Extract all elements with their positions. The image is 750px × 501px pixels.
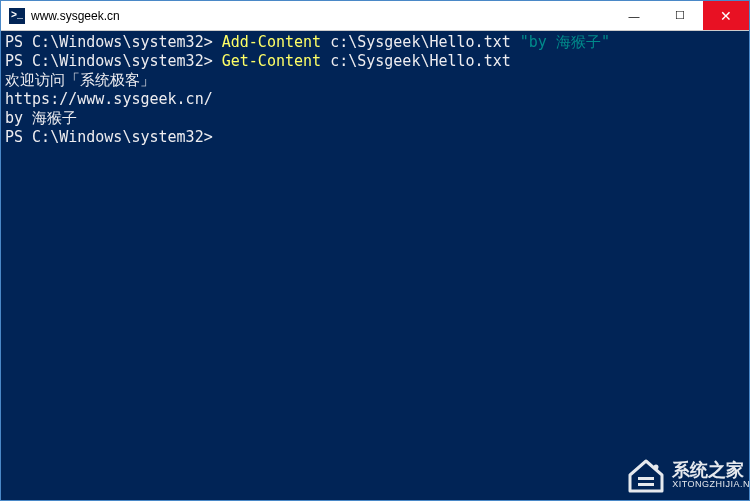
close-button[interactable]: ✕ [703,1,749,30]
watermark-title: 系统之家 [672,461,750,479]
prompt: PS C:\Windows\system32> [5,128,213,146]
prompt: PS C:\Windows\system32> [5,33,213,51]
watermark-text: 系统之家 XITONGZHIJIA.N [672,461,750,489]
prompt-line: PS C:\Windows\system32> [5,128,745,147]
powershell-window: >_ www.sysgeek.cn — ☐ ✕ PS C:\Windows\sy… [0,0,750,501]
cmdlet: Get-Content [222,52,321,70]
prompt: PS C:\Windows\system32> [5,52,213,70]
terminal-area[interactable]: PS C:\Windows\system32> Add-Content c:\S… [1,31,749,500]
house-icon [626,457,666,493]
svg-point-2 [654,465,659,470]
svg-rect-0 [638,477,654,480]
window-controls: — ☐ ✕ [611,1,749,30]
argument: c:\Sysgeek\Hello.txt [330,52,511,70]
command-line: PS C:\Windows\system32> Add-Content c:\S… [5,33,745,52]
cmdlet: Add-Content [222,33,321,51]
string-literal: "by 海猴子" [520,33,610,51]
output-line: 欢迎访问「系统极客」 [5,71,745,90]
watermark: 系统之家 XITONGZHIJIA.N [626,457,750,493]
svg-rect-1 [638,483,654,486]
powershell-icon: >_ [9,8,25,24]
maximize-button[interactable]: ☐ [657,1,703,30]
command-line: PS C:\Windows\system32> Get-Content c:\S… [5,52,745,71]
watermark-subtitle: XITONGZHIJIA.N [672,479,750,489]
output-line: by 海猴子 [5,109,745,128]
minimize-button[interactable]: — [611,1,657,30]
argument: c:\Sysgeek\Hello.txt [330,33,511,51]
window-title: www.sysgeek.cn [31,9,120,23]
title-left: >_ www.sysgeek.cn [1,8,611,24]
powershell-icon-glyph: >_ [11,10,23,21]
titlebar[interactable]: >_ www.sysgeek.cn — ☐ ✕ [1,1,749,31]
output-line: https://www.sysgeek.cn/ [5,90,745,109]
